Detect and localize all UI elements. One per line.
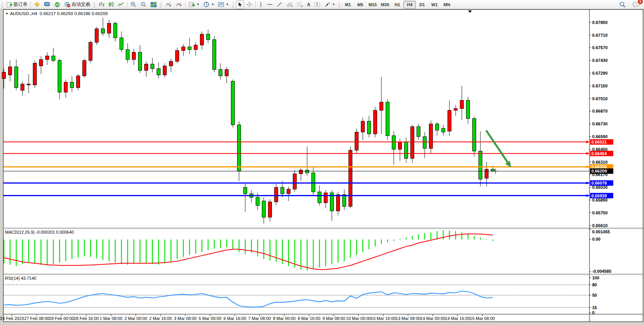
chart-title: ▼AUDUSD-,H4 0.66217 0.66250 0.66186 0.66… — [5, 11, 108, 16]
timeframe-button-m30[interactable]: M30 — [379, 1, 391, 9]
candlestick-icon — [108, 2, 114, 7]
toolbar-grip[interactable] — [1, 2, 3, 8]
toolbar-grip[interactable] — [160, 2, 162, 8]
vertical-line-icon — [259, 2, 263, 7]
svg-text:0.66310: 0.66310 — [592, 160, 608, 164]
timeframe-button-d1[interactable]: D1 — [416, 1, 428, 9]
symbol-dropdown-icon[interactable]: ▼ — [5, 12, 9, 15]
svg-text:100: 100 — [592, 275, 599, 280]
annotation-arrow[interactable] — [486, 130, 511, 168]
cursor-tool-button[interactable] — [236, 0, 244, 9]
svg-text:0.67570: 0.67570 — [592, 45, 608, 50]
channel-tool-button[interactable]: E — [285, 0, 294, 9]
tile-windows-icon — [150, 2, 157, 7]
monitor-icon — [44, 2, 50, 7]
diamond-button[interactable] — [32, 0, 42, 9]
macd-pane — [4, 229, 591, 272]
chevron-down-icon: ▼ — [211, 3, 214, 6]
svg-text:0.66209: 0.66209 — [591, 169, 607, 173]
bar-chart-type-button[interactable] — [97, 0, 106, 9]
toolbar-grip[interactable] — [338, 2, 340, 8]
timeframe-button-w1[interactable]: W1 — [428, 1, 441, 9]
signal-button[interactable] — [53, 0, 62, 9]
text-icon: A — [307, 2, 311, 7]
crosshair-tool-button[interactable] — [245, 0, 254, 9]
svg-text:E: E — [291, 5, 293, 7]
periods-button[interactable]: ▼ — [202, 0, 216, 9]
search-button[interactable] — [618, 0, 627, 9]
indicators-button[interactable]: ▼ — [187, 0, 201, 9]
candlestick-type-button[interactable] — [107, 0, 116, 9]
svg-text:28 Feb 00:00: 28 Feb 00:00 — [49, 316, 74, 321]
svg-text:1 Mar 08:00: 1 Mar 08:00 — [100, 316, 123, 321]
trendline-tool-button[interactable] — [275, 0, 284, 9]
svg-text:0.66404: 0.66404 — [591, 151, 607, 156]
vertical-line-tool-button[interactable] — [257, 0, 265, 9]
cursor-icon — [237, 2, 243, 7]
svg-text:13 Mar 08:00: 13 Mar 08:00 — [396, 316, 421, 321]
svg-text:2 Mar 16:00: 2 Mar 16:00 — [149, 316, 172, 321]
autotrade-button[interactable]: 自动交易 — [63, 0, 92, 9]
line-chart-icon — [118, 2, 124, 7]
bar-chart-icon — [99, 2, 104, 7]
svg-text:8 Mar 16:00: 8 Mar 16:00 — [298, 316, 321, 321]
new-order-button[interactable]: 新订单 — [5, 0, 29, 9]
timeframe-button-m5[interactable]: M5 — [354, 1, 366, 9]
trendline-icon — [277, 2, 282, 7]
autotrade-label: 自动交易 — [72, 1, 90, 8]
line-chart-type-button[interactable] — [116, 0, 125, 9]
text-label-tool-button[interactable]: T — [313, 0, 322, 9]
zoom-out-button[interactable] — [139, 0, 148, 9]
svg-text:10 Mar 00:00: 10 Mar 00:00 — [346, 316, 371, 321]
timeframe-button-h4[interactable]: H4 — [403, 1, 416, 9]
svg-text:0.66590: 0.66590 — [592, 134, 608, 139]
svg-text:7 Mar 08:00: 7 Mar 08:00 — [248, 316, 271, 321]
level-lines-layer[interactable] — [3, 139, 613, 198]
notifications-button[interactable]: 1 — [631, 0, 641, 9]
svg-text:10 Mar 16:00: 10 Mar 16:00 — [371, 316, 396, 321]
tile-windows-button[interactable] — [149, 0, 158, 9]
timeframe-button-mn[interactable]: MN — [441, 1, 453, 9]
svg-text:F: F — [301, 5, 303, 8]
svg-text:-0.004585: -0.004585 — [592, 269, 612, 274]
text-label-icon: T — [314, 2, 321, 7]
svg-text:0.67290: 0.67290 — [592, 71, 608, 75]
arrows-tool-button[interactable]: ▼ — [323, 0, 337, 9]
previous-chart-button[interactable] — [164, 0, 173, 9]
zoom-in-button[interactable] — [129, 0, 138, 9]
indicators-icon — [189, 2, 195, 7]
svg-text:27 Feb 08:00: 27 Feb 08:00 — [24, 316, 50, 321]
rsi-indicator-label: RSI(14) 43.7140 — [5, 276, 36, 281]
svg-text:0.66078: 0.66078 — [591, 181, 607, 185]
chevron-down-icon: ▼ — [196, 3, 200, 6]
autoscroll-marker[interactable] — [468, 10, 472, 13]
timeframe-button-h1[interactable]: H1 — [391, 1, 403, 9]
timeframe-bar: M1M5M15M30H1H4D1W1MN — [342, 1, 453, 9]
svg-text:0: 0 — [592, 310, 594, 315]
toolbar-grip[interactable] — [232, 2, 234, 8]
next-chart-button[interactable] — [174, 0, 184, 9]
autotrade-icon — [64, 2, 70, 7]
timeframe-button-m15[interactable]: M15 — [366, 1, 379, 9]
arrows-icon — [325, 2, 330, 7]
templates-button[interactable]: ▼ — [217, 0, 231, 9]
svg-text:0.66730: 0.66730 — [592, 121, 608, 126]
clock-icon — [203, 2, 210, 7]
notification-badge: 1 — [637, 0, 643, 5]
pane-frames — [3, 10, 643, 322]
svg-text:3 Mar 08:00: 3 Mar 08:00 — [174, 316, 197, 321]
crosshair-icon — [246, 2, 252, 7]
chart-plot[interactable]: 0.678500.677100.675700.674300.672900.671… — [0, 0, 644, 325]
timeframe-button-m1[interactable]: M1 — [342, 1, 354, 9]
fibonacci-tool-button[interactable]: F — [295, 0, 305, 9]
svg-text:8 Mar 00:00: 8 Mar 00:00 — [273, 316, 296, 321]
svg-text:0.66531: 0.66531 — [591, 140, 607, 144]
horizontal-line-tool-button[interactable] — [265, 0, 274, 9]
svg-text:14 Mar 16:00: 14 Mar 16:00 — [445, 316, 470, 321]
zoom-out-icon — [140, 2, 147, 7]
toolbar-grip[interactable] — [93, 2, 96, 8]
svg-text:0.67850: 0.67850 — [592, 20, 608, 25]
terminal-button[interactable] — [43, 0, 52, 9]
svg-text:0.66030: 0.66030 — [592, 185, 608, 190]
text-tool-button[interactable]: A — [306, 0, 312, 9]
